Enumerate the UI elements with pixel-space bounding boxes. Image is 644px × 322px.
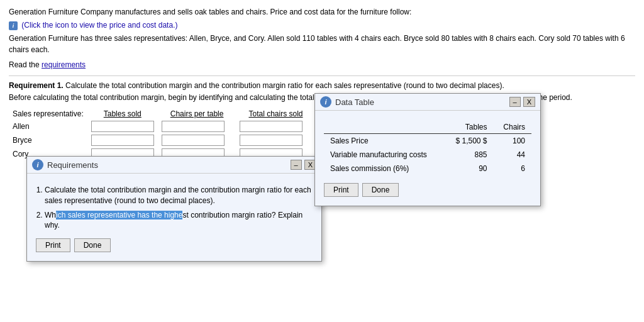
- input-tables-1[interactable]: [91, 135, 154, 146]
- divider: [9, 75, 635, 76]
- req-item-1: Calculate the total contribution margin …: [45, 185, 313, 206]
- rep-name-cell: Allen: [9, 119, 87, 133]
- col-tables-header: Tables sold: [87, 108, 158, 119]
- intro-line1: Generation Furniture Company manufacture…: [9, 6, 635, 18]
- price-cost-link[interactable]: (Click the icon to view the price and co…: [21, 21, 177, 30]
- data-close-button[interactable]: X: [523, 97, 535, 107]
- data-row-tables: $ 1,500 $: [445, 134, 493, 148]
- data-row-chairs: 100: [494, 134, 531, 148]
- data-minimize-button[interactable]: –: [509, 97, 521, 107]
- req-modal-title-left: i Requirements: [32, 159, 98, 170]
- input-tables-0[interactable]: [91, 121, 154, 132]
- req-item-2-highlight: ich sales representative has the highe: [56, 211, 182, 219]
- col-rep-header: Sales representative:: [9, 108, 87, 119]
- req1-label: Requirement 1.: [9, 81, 64, 90]
- data-done-button[interactable]: Done: [362, 183, 399, 197]
- input-total_chairs-0[interactable]: [240, 121, 303, 132]
- req-modal-title: Requirements: [47, 160, 98, 170]
- req-modal-controls[interactable]: – X: [291, 160, 316, 170]
- data-col-chairs: Chairs: [494, 121, 531, 134]
- req-list: Calculate the total contribution margin …: [45, 185, 313, 231]
- req-print-button[interactable]: Print: [36, 238, 70, 252]
- data-col-label: [324, 121, 445, 134]
- data-info-icon: i: [320, 96, 331, 108]
- data-table-row: Sales commission (6%)906: [324, 162, 531, 175]
- req-modal-body: Calculate the total contribution margin …: [27, 174, 321, 261]
- cell-chairs_per-1[interactable]: [158, 133, 236, 147]
- data-modal-titlebar: i Data Table – X: [315, 94, 540, 111]
- data-modal-title-left: i Data Table: [320, 96, 374, 108]
- data-modal-controls[interactable]: – X: [509, 97, 535, 107]
- data-modal-title: Data Table: [335, 97, 374, 107]
- data-table-row: Variable manufacturing costs88544: [324, 148, 531, 162]
- cell-tables-1[interactable]: [87, 133, 158, 147]
- data-row-chairs: 44: [494, 148, 531, 162]
- col-chairs-per-header: Chairs per table: [158, 108, 236, 119]
- data-table-modal: i Data Table – X Tables Chairs Sales Pri…: [314, 93, 541, 206]
- req1-text: Calculate the total contribution margin …: [64, 81, 504, 90]
- input-total_chairs-1[interactable]: [240, 135, 303, 146]
- req-item-1-text: Calculate the total contribution margin …: [45, 186, 311, 205]
- sales-row: Bryce: [9, 133, 316, 147]
- data-row-chairs: 6: [494, 162, 531, 175]
- main-content: Generation Furniture Company manufacture…: [9, 6, 635, 70]
- data-row-tables: 90: [445, 162, 493, 175]
- req-modal-footer: Print Done: [36, 238, 313, 252]
- data-row-label: Variable manufacturing costs: [324, 148, 445, 162]
- data-table: Tables Chairs Sales Price$ 1,500 $100Var…: [324, 121, 531, 175]
- req-item-2-before: Wh: [45, 211, 56, 219]
- data-modal-footer: Print Done: [324, 183, 531, 197]
- cell-total_chairs-0[interactable]: [236, 119, 315, 133]
- col-total-chairs-header: Total chairs sold: [236, 108, 315, 119]
- requirements-link[interactable]: requirements: [42, 60, 86, 69]
- read-req-prefix: Read the: [9, 60, 42, 69]
- data-table-row: Sales Price$ 1,500 $100: [324, 134, 531, 148]
- input-chairs_per-1[interactable]: [162, 135, 225, 146]
- data-row-label: Sales Price: [324, 134, 445, 148]
- sales-table: Sales representative: Tables sold Chairs…: [9, 108, 316, 161]
- requirements-modal: i Requirements – X Calculate the total c…: [26, 156, 322, 262]
- req-minimize-button[interactable]: –: [291, 160, 302, 170]
- req-modal-titlebar: i Requirements – X: [27, 157, 321, 174]
- data-row-tables: 885: [445, 148, 493, 162]
- cell-tables-0[interactable]: [87, 119, 158, 133]
- data-icon: i: [9, 21, 18, 30]
- req-info-icon: i: [32, 159, 43, 170]
- req-item-2: Which sales representative has the highe…: [45, 210, 313, 231]
- req-done-button[interactable]: Done: [74, 238, 111, 252]
- data-modal-body: Tables Chairs Sales Price$ 1,500 $100Var…: [315, 111, 540, 206]
- cell-total_chairs-1[interactable]: [236, 133, 315, 147]
- intro-line2: Generation Furniture has three sales rep…: [9, 33, 635, 55]
- input-chairs_per-0[interactable]: [162, 121, 225, 132]
- data-print-button[interactable]: Print: [324, 183, 358, 197]
- data-col-tables: Tables: [445, 121, 493, 134]
- sales-row: Allen: [9, 119, 316, 133]
- data-row-label: Sales commission (6%): [324, 162, 445, 175]
- rep-name-cell: Bryce: [9, 133, 87, 147]
- cell-chairs_per-0[interactable]: [158, 119, 236, 133]
